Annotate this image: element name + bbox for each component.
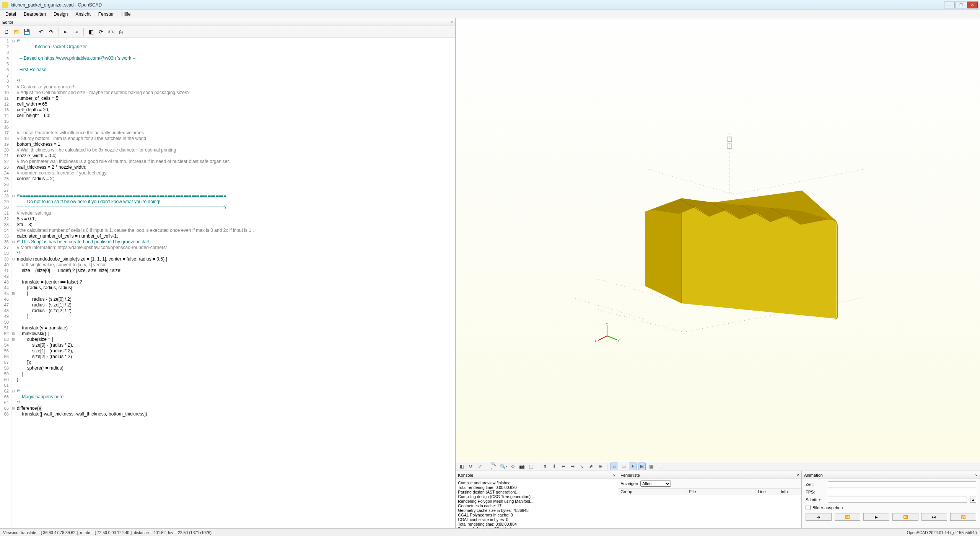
- anim-steps-label: Schritte:: [806, 497, 825, 502]
- 3d-viewport[interactable]: z y x: [456, 18, 980, 462]
- rendered-model: z y x: [573, 133, 863, 347]
- anim-dump-checkbox[interactable]: [806, 505, 811, 510]
- minimize-button[interactable]: —: [944, 2, 955, 8]
- errors-close-button[interactable]: ×: [797, 473, 799, 477]
- zoom-out-icon[interactable]: 🔍-: [500, 463, 507, 470]
- center-icon[interactable]: ⊕: [596, 463, 604, 470]
- animation-close-button[interactable]: ×: [975, 473, 978, 477]
- errors-col-info[interactable]: Info: [778, 489, 801, 495]
- editor-header: Editor ×: [0, 18, 455, 26]
- editor-close-button[interactable]: ×: [450, 20, 453, 25]
- preview-icon[interactable]: ◧: [87, 28, 95, 36]
- errors-title: Fehlerliste: [620, 473, 640, 477]
- scale-markers-icon[interactable]: ⊞: [638, 463, 646, 470]
- animation-title: Animation: [804, 473, 823, 477]
- anim-fps-input[interactable]: [828, 489, 976, 495]
- indent-icon[interactable]: ⇥: [72, 28, 80, 36]
- errors-col-line[interactable]: Line: [755, 489, 778, 495]
- maximize-button[interactable]: ☐: [956, 2, 966, 8]
- back-view-icon[interactable]: ↘: [578, 463, 586, 470]
- save-file-icon[interactable]: 💾: [22, 28, 31, 36]
- statusbar: Viewport: translate = [ 36.83 47.78 39.6…: [0, 528, 980, 536]
- console-close-button[interactable]: ×: [613, 473, 615, 477]
- anim-control-2[interactable]: ▶: [863, 513, 889, 521]
- anim-control-1[interactable]: ⏪: [835, 513, 861, 521]
- errors-filter-label: Anzeigen: [620, 481, 638, 486]
- errors-col-file[interactable]: File: [687, 489, 755, 495]
- editor-title: Editor: [2, 20, 13, 24]
- wireframe-icon[interactable]: ⬚: [656, 463, 664, 470]
- menu-datei[interactable]: Datei: [2, 11, 20, 18]
- preview-icon[interactable]: ◧: [458, 463, 466, 470]
- menu-design[interactable]: Design: [50, 11, 72, 18]
- svg-line-23: [598, 336, 607, 340]
- menu-fenster[interactable]: Fenster: [94, 11, 118, 18]
- status-version: OpenSCAD 2024.01.14 (git 158c5b94f): [907, 530, 977, 535]
- code-editor[interactable]: 1234567891011121314151617181920212223242…: [0, 37, 455, 528]
- undo-icon[interactable]: ↶: [37, 28, 46, 36]
- anim-control-5[interactable]: 🔁: [950, 513, 976, 521]
- svg-line-3: [596, 309, 684, 332]
- edges-icon[interactable]: ▦: [647, 463, 655, 470]
- editor-panel: Editor × 🗋📂💾↶↷⇤⇥◧⟳STL⎙ 12345678910111213…: [0, 18, 456, 528]
- axes-icon[interactable]: ✦: [629, 463, 637, 470]
- export-stl-icon[interactable]: STL: [107, 28, 115, 36]
- errors-table-header: GroupFileLineInfo: [618, 489, 801, 495]
- animation-panel: Animation × Zeit: FPS: Schrit: [802, 471, 980, 528]
- console-output[interactable]: Compile and preview finished.Total rende…: [456, 479, 618, 528]
- anim-control-4[interactable]: ⏭: [921, 513, 947, 521]
- svg-line-2: [649, 169, 733, 194]
- reset-view-icon[interactable]: ⟲: [509, 463, 516, 470]
- top-view-icon[interactable]: ⬆: [541, 463, 549, 470]
- render-icon[interactable]: ⟳: [467, 463, 475, 470]
- redo-icon[interactable]: ↷: [47, 28, 55, 36]
- unindent-icon[interactable]: ⇤: [62, 28, 70, 36]
- viewport-toolbar: ◧⟳⤢🔍+🔍-⟲📷⬚⬆⬇⬅➡↘⬈⊕▱▭✦⊞▦⬚: [456, 462, 980, 471]
- console-title: Konsole: [458, 473, 473, 477]
- perspective-icon[interactable]: ▱: [610, 463, 618, 470]
- anim-time-input[interactable]: [828, 481, 976, 487]
- menu-bearbeiten[interactable]: Bearbeiten: [20, 11, 50, 18]
- svg-text:y: y: [618, 338, 620, 342]
- menu-hilfe[interactable]: Hilfe: [117, 11, 134, 18]
- errors-col-group[interactable]: Group: [618, 489, 687, 495]
- openscad-icon: [2, 2, 8, 8]
- console-panel: Konsole × Compile and preview finished.T…: [456, 471, 618, 528]
- anim-time-label: Zeit:: [806, 482, 825, 487]
- svg-line-5: [573, 298, 649, 321]
- view-all-icon[interactable]: ⤢: [476, 463, 484, 470]
- window-title: kitchen_packet_organizer.scad - OpenSCAD: [11, 2, 944, 8]
- window-titlebar: kitchen_packet_organizer.scad - OpenSCAD…: [0, 0, 980, 10]
- close-button[interactable]: ✕: [967, 2, 978, 8]
- anim-step-up-button[interactable]: ▲: [970, 497, 976, 503]
- bottom-view-icon[interactable]: ⬇: [550, 463, 558, 470]
- diagonal-view-icon[interactable]: ⬈: [587, 463, 595, 470]
- svg-line-1: [733, 169, 863, 194]
- send-3dprint-icon[interactable]: ⎙: [117, 28, 125, 36]
- anim-dump-label: Bilder ausgeben: [812, 505, 843, 510]
- menu-ansicht[interactable]: Ansicht: [72, 11, 94, 18]
- orthogonal-icon[interactable]: ▭: [620, 463, 627, 470]
- svg-marker-9: [645, 198, 682, 303]
- anim-steps-input[interactable]: [828, 497, 967, 503]
- errors-filter-select[interactable]: Alles: [640, 481, 671, 487]
- new-file-icon[interactable]: 🗋: [2, 28, 11, 36]
- svg-line-22: [607, 336, 617, 340]
- left-view-icon[interactable]: ⬅: [560, 463, 567, 470]
- render-icon[interactable]: ⟳: [97, 28, 105, 36]
- open-file-icon[interactable]: 📂: [12, 28, 21, 36]
- menubar: DateiBearbeitenDesignAnsichtFensterHilfe: [0, 10, 980, 18]
- zoom-in-icon[interactable]: 🔍+: [490, 463, 498, 470]
- errors-table-body[interactable]: [618, 495, 801, 528]
- status-viewport-info: Viewport: translate = [ 36.83 47.78 39.6…: [3, 530, 212, 535]
- export-image-icon[interactable]: 📷: [518, 463, 526, 470]
- editor-toolbar: 🗋📂💾↶↷⇤⇥◧⟳STL⎙: [0, 26, 455, 37]
- front-view-icon[interactable]: ⬚: [527, 463, 535, 470]
- anim-fps-label: FPS:: [806, 490, 825, 494]
- errors-panel: Fehlerliste × Anzeigen Alles GroupFileLi…: [618, 471, 802, 528]
- anim-control-0[interactable]: ⏮: [806, 513, 832, 521]
- anim-control-3[interactable]: ⏩: [892, 513, 918, 521]
- svg-text:z: z: [606, 321, 608, 324]
- right-view-icon[interactable]: ➡: [569, 463, 576, 470]
- svg-text:x: x: [595, 339, 597, 343]
